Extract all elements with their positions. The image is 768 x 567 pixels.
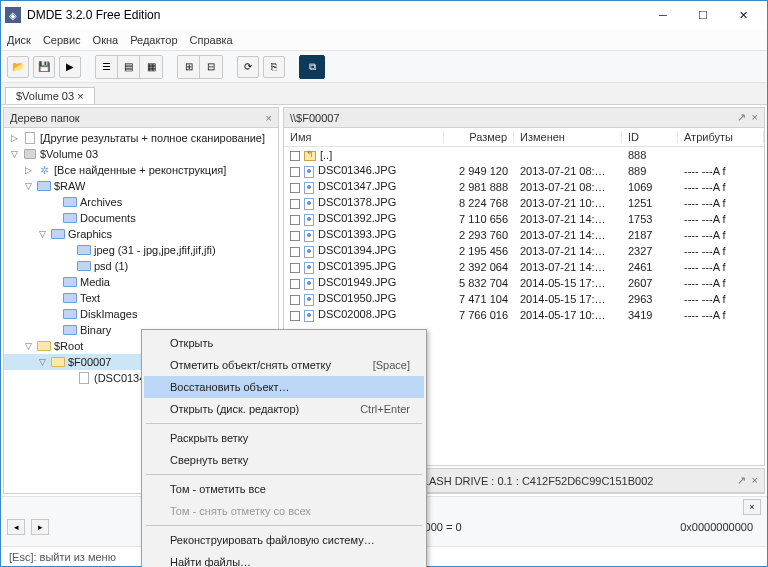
tool-view1-icon[interactable]: ☰ — [96, 56, 118, 78]
col-size[interactable]: Размер — [444, 131, 514, 143]
context-menu: Открыть Отметить объект/снять отметку[Sp… — [141, 329, 427, 567]
col-mod[interactable]: Изменен — [514, 131, 622, 143]
menu-service[interactable]: Сервис — [43, 34, 81, 46]
tool-disk-icon[interactable]: 💾 — [33, 56, 55, 78]
checkbox[interactable] — [290, 231, 300, 241]
file-panel-title: \\$F00007 — [290, 112, 340, 124]
file-row[interactable]: DSC01393.JPG2 293 7602013-07-21 14:…2187… — [284, 227, 764, 243]
tool-run-icon[interactable]: ▶ — [59, 56, 81, 78]
file-icon — [304, 246, 314, 258]
checkbox[interactable] — [290, 183, 300, 193]
tab-volume[interactable]: $Volume 03 × — [5, 87, 95, 104]
tool-open-icon[interactable]: 📂 — [7, 56, 29, 78]
window-title: DMDE 3.2.0 Free Edition — [27, 8, 643, 22]
checkbox[interactable] — [290, 311, 300, 321]
checkbox[interactable] — [290, 199, 300, 209]
file-icon — [304, 182, 314, 194]
toolbar: 📂 💾 ▶ ☰ ▤ ▦ ⊞ ⊟ ⟳ ⎘ ⧉ — [1, 51, 767, 83]
file-row[interactable]: DSC01950.JPG7 471 1042014-05-15 17:…2963… — [284, 291, 764, 307]
tree-close-icon[interactable]: × — [266, 112, 272, 124]
cm-open[interactable]: Открыть — [144, 332, 424, 354]
cm-reconstruct[interactable]: Реконструировать файловую систему… — [144, 529, 424, 551]
file-icon — [304, 214, 314, 226]
tree-row[interactable]: psd (1) — [4, 258, 278, 274]
tab-bar: $Volume 03 × — [1, 83, 767, 105]
file-row[interactable]: DSC01395.JPG2 392 0642013-07-21 14:…2461… — [284, 259, 764, 275]
menu-editor[interactable]: Редактор — [130, 34, 177, 46]
menu-windows[interactable]: Окна — [93, 34, 119, 46]
tree-row[interactable]: DiskImages — [4, 306, 278, 322]
file-icon — [304, 230, 314, 242]
tree-row[interactable]: ▽$RAW — [4, 178, 278, 194]
updir-icon — [304, 151, 316, 161]
cm-find-files[interactable]: Найти файлы… — [144, 551, 424, 567]
col-attr[interactable]: Атрибуты — [678, 131, 764, 143]
status-text: [Esc]: выйти из меню — [9, 551, 116, 563]
close-panel-icon[interactable]: × — [752, 111, 758, 124]
file-icon — [304, 198, 314, 210]
checkbox[interactable] — [290, 263, 300, 273]
offset-right: 0x0000000000 — [672, 519, 761, 535]
tool-mode2-icon[interactable]: ⊟ — [200, 56, 222, 78]
cm-mark-all[interactable]: Том - отметить все — [144, 478, 424, 500]
footer-left-icon[interactable]: ◂ — [7, 519, 25, 535]
footer-right-icon[interactable]: ▸ — [31, 519, 49, 535]
file-icon — [304, 166, 314, 178]
minimize-button[interactable]: ─ — [643, 1, 683, 29]
cm-expand[interactable]: Раскрыть ветку — [144, 427, 424, 449]
tab-close-icon[interactable]: × — [77, 90, 83, 102]
close-button[interactable]: ✕ — [723, 1, 763, 29]
file-row[interactable]: DSC02008.JPG7 766 0162014-05-17 10:…3419… — [284, 307, 764, 323]
col-name[interactable]: Имя — [284, 131, 444, 143]
cm-mark[interactable]: Отметить объект/снять отметку[Space] — [144, 354, 424, 376]
footer-close-icon[interactable]: × — [743, 499, 761, 515]
tree-row[interactable]: Documents — [4, 210, 278, 226]
file-row[interactable]: DSC01949.JPG5 832 7042014-05-15 17:…2607… — [284, 275, 764, 291]
checkbox[interactable] — [290, 215, 300, 225]
tree-row[interactable]: ▽$Volume 03 — [4, 146, 278, 162]
checkbox[interactable] — [290, 247, 300, 257]
close-device-icon[interactable]: × — [752, 474, 758, 487]
file-row-updir[interactable]: [..] 888 — [284, 147, 764, 163]
file-icon — [304, 294, 314, 306]
maximize-button[interactable]: ☐ — [683, 1, 723, 29]
titlebar: ◈ DMDE 3.2.0 Free Edition ─ ☐ ✕ — [1, 1, 767, 29]
maximize-panel-icon[interactable]: ↗ — [737, 111, 746, 124]
file-row[interactable]: DSC01394.JPG2 195 4562013-07-21 14:…2327… — [284, 243, 764, 259]
maximize-device-icon[interactable]: ↗ — [737, 474, 746, 487]
tool-copy-icon[interactable]: ⎘ — [263, 56, 285, 78]
tree-row[interactable]: ▽Graphics — [4, 226, 278, 242]
tree-row[interactable]: Text — [4, 290, 278, 306]
tree-row[interactable]: ▷✲[Все найденные + реконструкция] — [4, 162, 278, 178]
tool-link-icon[interactable]: ⧉ — [299, 55, 325, 79]
cm-open-disk-editor[interactable]: Открыть (диск. редактор)Ctrl+Enter — [144, 398, 424, 420]
tool-view3-icon[interactable]: ▦ — [140, 56, 162, 78]
tree-row[interactable]: jpeg (31 - jpg,jpe,jfif,jif,jfi) — [4, 242, 278, 258]
file-row[interactable]: DSC01378.JPG8 224 7682013-07-21 10:…1251… — [284, 195, 764, 211]
file-icon — [304, 310, 314, 322]
file-icon — [304, 278, 314, 290]
app-icon: ◈ — [5, 7, 21, 23]
checkbox[interactable] — [290, 295, 300, 305]
file-row[interactable]: DSC01392.JPG7 110 6562013-07-21 14:…1753… — [284, 211, 764, 227]
tree-header: Дерево папок — [10, 112, 80, 124]
menubar: Диск Сервис Окна Редактор Справка — [1, 29, 767, 51]
file-row[interactable]: DSC01346.JPG2 949 1202013-07-21 08:…889-… — [284, 163, 764, 179]
tree-row[interactable]: Archives — [4, 194, 278, 210]
cm-recover-object[interactable]: Восстановить объект… — [144, 376, 424, 398]
checkbox[interactable] — [290, 279, 300, 289]
tool-mode1-icon[interactable]: ⊞ — [178, 56, 200, 78]
checkbox[interactable] — [290, 167, 300, 177]
cm-collapse[interactable]: Свернуть ветку — [144, 449, 424, 471]
menu-help[interactable]: Справка — [190, 34, 233, 46]
tool-reload-icon[interactable]: ⟳ — [237, 56, 259, 78]
menu-disk[interactable]: Диск — [7, 34, 31, 46]
col-id[interactable]: ID — [622, 131, 678, 143]
tree-row[interactable]: Media — [4, 274, 278, 290]
file-table-header[interactable]: Имя Размер Изменен ID Атрибуты — [284, 128, 764, 147]
file-row[interactable]: DSC01347.JPG2 981 8882013-07-21 08:…1069… — [284, 179, 764, 195]
file-icon — [304, 262, 314, 274]
tool-view2-icon[interactable]: ▤ — [118, 56, 140, 78]
cm-unmark-all: Том - снять отметку со всех — [144, 500, 424, 522]
tree-row[interactable]: ▷[Другие результаты + полное сканировани… — [4, 130, 278, 146]
